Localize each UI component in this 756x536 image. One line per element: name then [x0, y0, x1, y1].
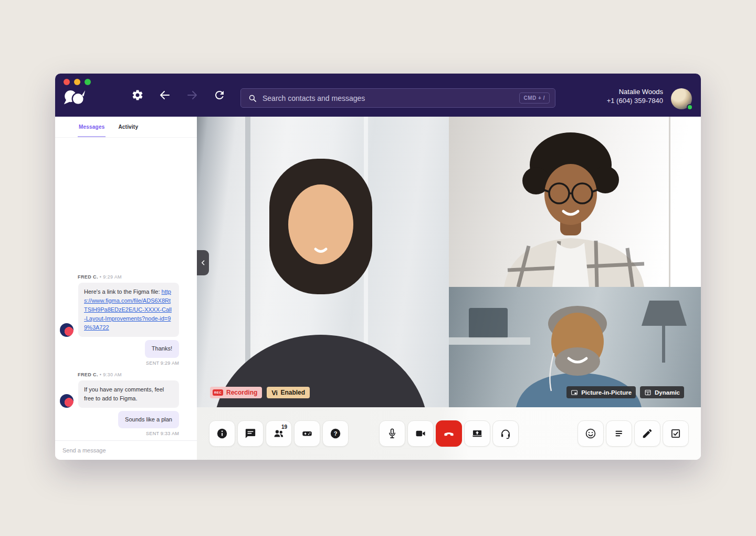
tasks-button[interactable] — [663, 420, 689, 447]
sidebar-tabs: Messages Activity — [55, 117, 197, 138]
topbar: CMD + / Natalie Woods +1 (604) 359-7840 — [55, 74, 701, 117]
checkbox-icon — [670, 428, 681, 439]
sidebar-collapse-handle[interactable] — [197, 250, 209, 275]
video-tile-main: REC Recording Vi Enabled — [197, 117, 449, 407]
microphone-icon — [386, 428, 398, 439]
message-bubble: Here's a link to the Figma file: https:/… — [78, 283, 179, 337]
app-window: CMD + / Natalie Woods +1 (604) 359-7840 … — [55, 74, 701, 460]
search-input[interactable] — [262, 94, 519, 102]
search-icon — [248, 94, 257, 103]
camera-button[interactable] — [407, 420, 434, 447]
sent-status: SENT 9:29 AM — [55, 360, 179, 366]
participant-silhouette — [449, 117, 701, 287]
tab-messages[interactable]: Messages — [79, 117, 104, 137]
message-input[interactable] — [55, 447, 197, 453]
outgoing-message-bubble: Thanks! — [145, 340, 179, 357]
search-shortcut-hint: CMD + / — [519, 92, 550, 104]
chat-button[interactable] — [237, 420, 264, 447]
controller-icon — [301, 428, 313, 439]
chat-icon — [245, 428, 256, 439]
controller-button[interactable] — [294, 420, 320, 447]
message-list: FRED C. • 9:29 AM Here's a link to the F… — [55, 138, 197, 440]
screen-share-icon — [471, 428, 483, 439]
mute-button[interactable] — [379, 420, 405, 447]
chevron-left-icon — [200, 259, 207, 266]
recording-badge: REC Recording — [210, 387, 262, 398]
tab-activity[interactable]: Activity — [118, 117, 138, 137]
info-icon — [216, 428, 228, 439]
video-camera-icon — [415, 428, 426, 439]
back-arrow-icon[interactable] — [159, 89, 171, 101]
edit-button[interactable] — [634, 420, 660, 447]
call-toolbar: 19 ? — [197, 407, 701, 460]
layout-buttons: Picture-in-Picture Dynamic — [566, 386, 684, 398]
svg-text:?: ? — [334, 430, 338, 437]
call-badges: REC Recording Vi Enabled — [210, 387, 310, 398]
message-meta: FRED C. • 9:30 AM — [78, 372, 197, 377]
message-composer — [55, 440, 197, 460]
pencil-icon — [642, 428, 653, 439]
call-area: REC Recording Vi Enabled — [197, 117, 701, 460]
help-button[interactable]: ? — [322, 420, 349, 447]
current-user-info: Natalie Woods +1 (604) 359-7840 — [607, 87, 663, 105]
message-bubble: If you have any comments, feel free to a… — [78, 380, 179, 408]
maximize-window-button[interactable] — [85, 79, 91, 85]
contact-avatar — [60, 323, 74, 337]
user-avatar[interactable] — [671, 88, 692, 109]
message-meta: FRED C. • 9:29 AM — [78, 274, 197, 280]
sidebar: Messages Activity FRED C. • 9:29 AM Here… — [55, 117, 197, 460]
dynamic-layout-button[interactable]: Dynamic — [640, 386, 684, 398]
contact-avatar — [60, 394, 74, 408]
info-button[interactable] — [209, 420, 235, 447]
participant-silhouette — [197, 117, 449, 407]
incoming-message: If you have any comments, feel free to a… — [55, 380, 197, 408]
screen-share-button[interactable] — [464, 420, 490, 447]
picture-in-picture-button[interactable]: Picture-in-Picture — [566, 386, 636, 398]
pip-icon — [571, 389, 578, 396]
transcript-lines-icon — [613, 428, 625, 439]
participants-count-badge: 19 — [281, 424, 287, 430]
reactions-button[interactable] — [578, 420, 604, 447]
app-logo-icon — [61, 87, 88, 108]
video-grid: REC Recording Vi Enabled — [197, 117, 701, 407]
video-tile-bottom-right: Picture-in-Picture Dynamic — [449, 287, 701, 407]
vi-logo-icon: Vi — [271, 389, 277, 397]
window-controls — [64, 79, 91, 85]
minimize-window-button[interactable] — [74, 79, 80, 85]
grid-layout-icon — [644, 389, 652, 396]
user-phone: +1 (604) 359-7840 — [607, 96, 663, 105]
hang-up-icon — [443, 428, 455, 439]
close-window-button[interactable] — [64, 79, 70, 85]
smiley-icon — [585, 428, 596, 439]
end-call-button[interactable] — [436, 420, 462, 447]
transcript-button[interactable] — [606, 420, 632, 447]
participants-button[interactable]: 19 — [266, 420, 292, 447]
help-icon: ? — [330, 428, 341, 439]
rec-icon: REC — [213, 389, 223, 396]
outgoing-message-bubble: Sounds like a plan — [118, 411, 179, 428]
settings-gear-icon[interactable] — [131, 89, 144, 101]
search-bar[interactable]: CMD + / — [240, 88, 555, 108]
audio-device-button[interactable] — [492, 420, 519, 447]
video-tile-top-right — [449, 117, 701, 287]
status-dot — [687, 104, 693, 110]
sent-status: SENT 9:33 AM — [55, 431, 179, 436]
refresh-icon[interactable] — [213, 89, 226, 101]
user-name: Natalie Woods — [607, 87, 663, 96]
forward-arrow-icon[interactable] — [186, 89, 198, 101]
vi-enabled-badge: Vi Enabled — [267, 387, 310, 398]
headset-icon — [500, 428, 511, 439]
incoming-message: Here's a link to the Figma file: https:/… — [55, 283, 197, 337]
